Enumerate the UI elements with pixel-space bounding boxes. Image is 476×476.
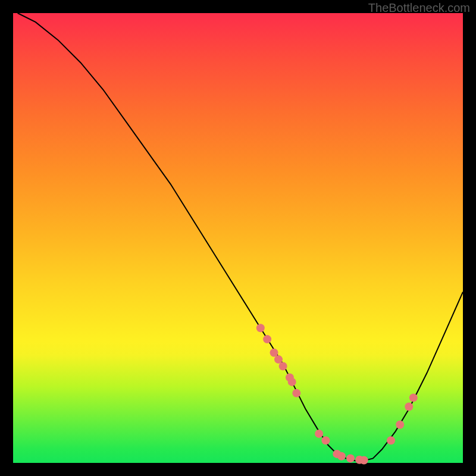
data-marker xyxy=(337,452,346,461)
chart-area xyxy=(13,13,463,463)
data-marker xyxy=(360,456,368,465)
data-marker xyxy=(292,389,300,397)
data-marker xyxy=(387,436,395,444)
data-marker xyxy=(405,403,413,411)
chart-svg xyxy=(13,13,463,463)
data-marker xyxy=(263,335,271,343)
data-marker xyxy=(396,421,404,429)
data-marker xyxy=(315,430,323,438)
data-marker xyxy=(274,355,283,364)
data-marker xyxy=(409,393,418,402)
bottleneck-curve xyxy=(18,13,463,461)
data-marker xyxy=(256,324,265,332)
data-marker xyxy=(321,436,330,444)
data-markers xyxy=(256,324,418,464)
data-marker xyxy=(279,362,287,371)
watermark-text: TheBottleneck.com xyxy=(368,1,470,15)
data-marker xyxy=(346,454,355,462)
data-marker xyxy=(288,378,296,386)
